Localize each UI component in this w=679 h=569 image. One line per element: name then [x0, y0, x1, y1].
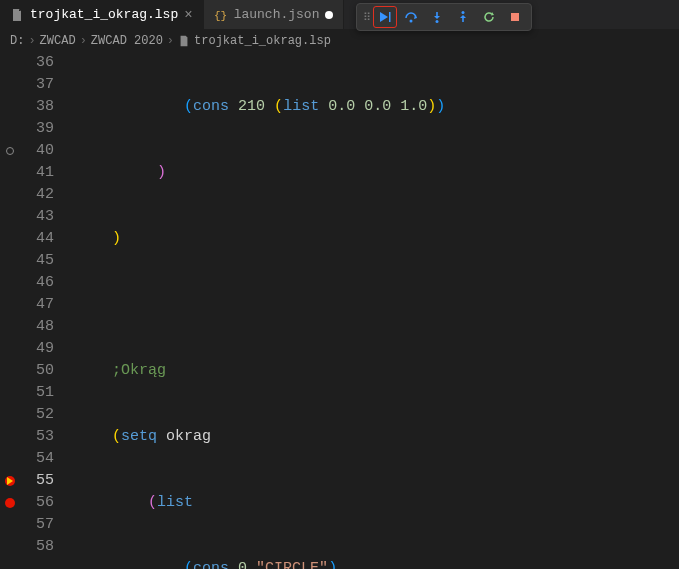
chevron-right-icon: › — [167, 34, 174, 48]
breakpoint-unverified-icon[interactable] — [6, 147, 14, 155]
breadcrumb-seg[interactable]: ZWCAD — [40, 34, 76, 48]
close-icon[interactable]: × — [184, 7, 192, 23]
json-file-icon: {} — [214, 8, 228, 22]
svg-point-3 — [436, 20, 439, 23]
svg-point-2 — [410, 20, 413, 23]
tab-active[interactable]: trojkat_i_okrag.lsp × — [0, 0, 204, 29]
breadcrumb-seg[interactable]: ZWCAD 2020 — [91, 34, 163, 48]
chevron-right-icon: › — [28, 34, 35, 48]
step-out-button[interactable] — [451, 6, 475, 28]
svg-rect-5 — [511, 13, 519, 21]
lisp-file-icon — [178, 35, 190, 47]
breadcrumb-root[interactable]: D: — [10, 34, 24, 48]
svg-rect-1 — [389, 12, 391, 22]
stop-button[interactable] — [503, 6, 527, 28]
breadcrumb-file[interactable]: trojkat_i_okrag.lsp — [178, 34, 331, 48]
chevron-right-icon: › — [80, 34, 87, 48]
code-editor[interactable]: 36 37 38 39 40 41 42 43 44 45 46 47 48 4… — [0, 52, 679, 569]
dirty-indicator-icon — [325, 11, 333, 19]
drag-handle-icon[interactable]: ⠿ — [361, 11, 371, 24]
step-into-button[interactable] — [425, 6, 449, 28]
code-area[interactable]: (cons 210 (list 0.0 0.0 1.0)) ) ) ;Okrąg… — [68, 52, 679, 569]
svg-text:{}: {} — [214, 10, 227, 22]
step-over-button[interactable] — [399, 6, 423, 28]
breadcrumb: D: › ZWCAD › ZWCAD 2020 › trojkat_i_okra… — [0, 30, 679, 52]
restart-button[interactable] — [477, 6, 501, 28]
glyph-margin — [0, 52, 20, 569]
tab-inactive[interactable]: {} launch.json — [204, 0, 345, 29]
tab-inactive-label: launch.json — [234, 7, 320, 22]
tab-active-label: trojkat_i_okrag.lsp — [30, 7, 178, 22]
lisp-file-icon — [10, 8, 24, 22]
continue-button[interactable] — [373, 6, 397, 28]
breakpoint-icon[interactable] — [5, 498, 15, 508]
svg-point-4 — [462, 11, 465, 14]
breakpoint-current-icon[interactable] — [5, 476, 15, 486]
line-number-gutter: 36 37 38 39 40 41 42 43 44 45 46 47 48 4… — [20, 52, 68, 569]
tab-bar: trojkat_i_okrag.lsp × {} launch.json — [0, 0, 679, 30]
debug-toolbar: ⠿ — [356, 3, 532, 31]
